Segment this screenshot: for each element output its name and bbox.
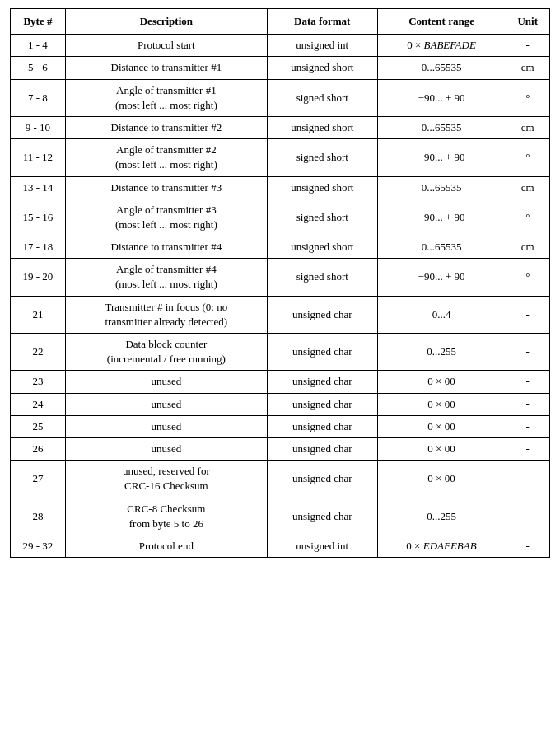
table-row: 13 - 14Distance to transmitter #3unsigne… [11, 176, 550, 199]
cell-byte: 17 - 18 [11, 236, 66, 259]
table-row: 29 - 32Protocol endunsigned int0 × EDAFE… [11, 535, 550, 557]
cell-format: signed short [267, 139, 377, 176]
cell-unit: - [506, 296, 550, 333]
cell-unit: cm [506, 236, 550, 259]
cell-range: 0...65535 [377, 57, 506, 79]
cell-desc: Distance to transmitter #4 [65, 236, 267, 259]
cell-range: 0...255 [377, 334, 506, 371]
table-row: 19 - 20Angle of transmitter #4(most left… [11, 259, 550, 296]
cell-desc: Angle of transmitter #3(most left ... mo… [65, 199, 267, 236]
cell-format: unsigned int [267, 535, 377, 557]
cell-byte: 21 [11, 296, 66, 333]
cell-desc: Distance to transmitter #3 [65, 176, 267, 199]
cell-desc: Transmitter # in focus (0: notransmitter… [65, 296, 267, 333]
cell-unit: cm [506, 57, 550, 79]
cell-desc: Protocol start [65, 35, 267, 57]
table-row: 26unusedunsigned char0 × 00- [11, 437, 550, 460]
cell-desc: Angle of transmitter #2(most left ... mo… [65, 139, 267, 176]
cell-format: unsigned char [267, 498, 377, 535]
cell-unit: ° [506, 79, 550, 116]
cell-format: unsigned short [267, 116, 377, 138]
cell-range: 0 × BABEFADE [377, 35, 506, 57]
cell-format: signed short [267, 79, 377, 116]
cell-unit: - [506, 498, 550, 535]
cell-format: unsigned char [267, 393, 377, 415]
cell-format: unsigned char [267, 371, 377, 393]
table-row: 25unusedunsigned char0 × 00- [11, 415, 550, 437]
cell-desc: unused [65, 371, 267, 393]
cell-range: 0...65535 [377, 176, 506, 199]
table-row: 11 - 12Angle of transmitter #2(most left… [11, 139, 550, 176]
cell-format: unsigned char [267, 296, 377, 333]
cell-byte: 23 [11, 371, 66, 393]
cell-byte: 24 [11, 393, 66, 415]
cell-byte: 7 - 8 [11, 79, 66, 116]
cell-byte: 28 [11, 498, 66, 535]
cell-desc: unused, reserved forCRC-16 Checksum [65, 461, 267, 498]
cell-range: 0 × EDAFEBAB [377, 535, 506, 557]
table-row: 7 - 8Angle of transmitter #1(most left .… [11, 79, 550, 116]
cell-range: 0...65535 [377, 236, 506, 259]
cell-desc: Angle of transmitter #4(most left ... mo… [65, 259, 267, 296]
header-range: Content range [377, 9, 506, 35]
cell-format: unsigned char [267, 437, 377, 460]
cell-unit: - [506, 334, 550, 371]
cell-format: unsigned int [267, 35, 377, 57]
cell-unit: ° [506, 259, 550, 296]
cell-unit: cm [506, 116, 550, 138]
cell-format: unsigned char [267, 461, 377, 498]
table-row: 21Transmitter # in focus (0: notransmitt… [11, 296, 550, 333]
cell-range: −90... + 90 [377, 199, 506, 236]
cell-range: 0 × 00 [377, 371, 506, 393]
cell-desc: unused [65, 393, 267, 415]
cell-unit: - [506, 371, 550, 393]
header-byte: Byte # [11, 9, 66, 35]
cell-byte: 29 - 32 [11, 535, 66, 557]
cell-unit: - [506, 35, 550, 57]
cell-unit: cm [506, 176, 550, 199]
cell-range: 0...255 [377, 498, 506, 535]
table-row: 5 - 6Distance to transmitter #1unsigned … [11, 57, 550, 79]
cell-desc: CRC-8 Checksumfrom byte 5 to 26 [65, 498, 267, 535]
cell-range: −90... + 90 [377, 79, 506, 116]
cell-unit: - [506, 535, 550, 557]
cell-format: signed short [267, 199, 377, 236]
cell-range: 0 × 00 [377, 437, 506, 460]
cell-range: 0...4 [377, 296, 506, 333]
cell-desc: unused [65, 437, 267, 460]
cell-desc: Data block counter(incremental / free ru… [65, 334, 267, 371]
table-row: 24unusedunsigned char0 × 00- [11, 393, 550, 415]
cell-byte: 25 [11, 415, 66, 437]
table-container: Byte # Description Data format Content r… [0, 0, 560, 566]
cell-format: unsigned short [267, 57, 377, 79]
cell-format: unsigned char [267, 415, 377, 437]
table-row: 28CRC-8 Checksumfrom byte 5 to 26unsigne… [11, 498, 550, 535]
table-row: 22Data block counter(incremental / free … [11, 334, 550, 371]
cell-byte: 19 - 20 [11, 259, 66, 296]
cell-range: 0...65535 [377, 116, 506, 138]
cell-unit: ° [506, 139, 550, 176]
protocol-table: Byte # Description Data format Content r… [10, 8, 550, 558]
cell-byte: 11 - 12 [11, 139, 66, 176]
cell-format: signed short [267, 259, 377, 296]
cell-unit: - [506, 415, 550, 437]
header-fmt: Data format [267, 9, 377, 35]
cell-byte: 22 [11, 334, 66, 371]
cell-byte: 15 - 16 [11, 199, 66, 236]
cell-range: 0 × 00 [377, 415, 506, 437]
cell-desc: Distance to transmitter #2 [65, 116, 267, 138]
cell-unit: - [506, 461, 550, 498]
cell-format: unsigned short [267, 176, 377, 199]
table-row: 15 - 16Angle of transmitter #3(most left… [11, 199, 550, 236]
cell-format: unsigned char [267, 334, 377, 371]
cell-range: 0 × 00 [377, 393, 506, 415]
table-row: 27unused, reserved forCRC-16 Checksumuns… [11, 461, 550, 498]
table-row: 9 - 10Distance to transmitter #2unsigned… [11, 116, 550, 138]
cell-byte: 13 - 14 [11, 176, 66, 199]
cell-unit: - [506, 437, 550, 460]
cell-byte: 1 - 4 [11, 35, 66, 57]
cell-unit: - [506, 393, 550, 415]
cell-range: 0 × 00 [377, 461, 506, 498]
cell-format: unsigned short [267, 236, 377, 259]
cell-range: −90... + 90 [377, 259, 506, 296]
